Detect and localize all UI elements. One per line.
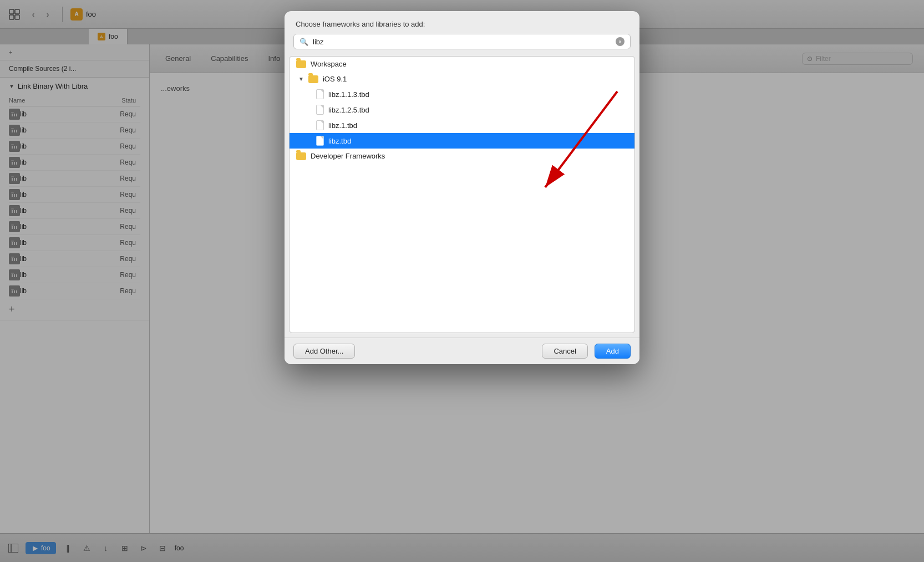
file-name: libz.tbd (328, 137, 351, 145)
ios-folder-label: iOS 9.1 (323, 75, 347, 83)
modal-title: Choose frameworks and libraries to add: (285, 11, 639, 34)
folder-icon (296, 60, 306, 68)
workspace-folder[interactable]: Workspace (290, 57, 634, 71)
expand-triangle-icon: ▼ (298, 76, 304, 82)
search-icon: 🔍 (299, 38, 308, 46)
file-libz-1-1-3[interactable]: libz.1.1.3.tbd (290, 86, 634, 102)
modal-footer: Add Other... Cancel Add (285, 338, 639, 364)
file-libz-1-2-5[interactable]: libz.1.2.5.tbd (290, 102, 634, 117)
dev-frameworks-label: Developer Frameworks (311, 152, 385, 160)
add-button[interactable]: Add (595, 344, 631, 359)
cancel-button[interactable]: Cancel (542, 344, 587, 359)
folder-icon (296, 152, 306, 160)
framework-modal: Choose frameworks and libraries to add: … (285, 11, 639, 364)
file-libz-1[interactable]: libz.1.tbd (290, 117, 634, 133)
add-other-button[interactable]: Add Other... (293, 344, 355, 359)
search-input[interactable] (313, 38, 611, 46)
workspace-label: Workspace (311, 60, 347, 68)
file-name: libz.1.2.5.tbd (328, 106, 369, 114)
file-list: Workspace ▼ iOS 9.1 libz.1.1.3.tbd libz.… (289, 56, 635, 333)
file-icon (316, 136, 324, 146)
dev-frameworks-folder[interactable]: Developer Frameworks (290, 149, 634, 164)
file-libz[interactable]: libz.tbd (290, 133, 634, 149)
search-bar[interactable]: 🔍 × (293, 34, 631, 49)
clear-search-button[interactable]: × (616, 37, 625, 46)
file-name: libz.1.tbd (328, 121, 357, 130)
file-icon (316, 89, 324, 99)
ios-folder[interactable]: ▼ iOS 9.1 (290, 71, 634, 86)
file-icon (316, 105, 324, 115)
modal-overlay: Choose frameworks and libraries to add: … (0, 0, 924, 562)
file-name: libz.1.1.3.tbd (328, 90, 369, 99)
ios-folder-icon (308, 75, 318, 83)
file-icon (316, 120, 324, 130)
